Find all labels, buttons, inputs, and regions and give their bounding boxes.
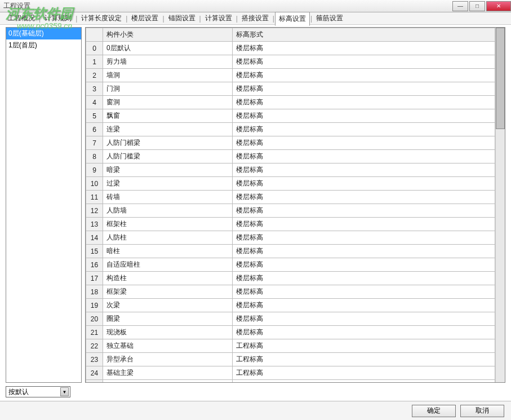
- tab-3[interactable]: 楼层设置: [128, 12, 162, 25]
- table-row[interactable]: 21现浇板楼层标高: [86, 326, 495, 339]
- cell-component[interactable]: 飘窗: [103, 109, 233, 123]
- cell-elevation[interactable]: 楼层标高: [233, 150, 495, 163]
- cell-elevation[interactable]: 楼层标高: [233, 69, 495, 82]
- table-row[interactable]: 12人防墙楼层标高: [86, 204, 495, 218]
- cell-elevation[interactable]: 楼层标高: [233, 231, 495, 245]
- cell-component[interactable]: 次梁: [103, 299, 233, 312]
- cell-component[interactable]: 过梁: [103, 177, 233, 191]
- cell-component[interactable]: 墙洞: [103, 69, 233, 82]
- ok-button[interactable]: 确定: [412, 405, 456, 417]
- cell-component[interactable]: 暗梁: [103, 163, 233, 177]
- cell-component[interactable]: 基础次梁: [103, 380, 233, 383]
- tab-1[interactable]: 计算规则: [41, 12, 75, 25]
- cell-elevation[interactable]: 楼层标高: [233, 272, 495, 285]
- cell-component[interactable]: 连梁: [103, 123, 233, 136]
- cell-elevation[interactable]: 工程标高: [233, 366, 495, 380]
- col-header-elevation[interactable]: 标高形式: [233, 28, 495, 42]
- tab-6[interactable]: 搭接设置: [238, 12, 272, 25]
- sidebar-item-1[interactable]: 1层(首层): [6, 39, 81, 51]
- close-button[interactable]: ✕: [486, 1, 511, 11]
- cell-component[interactable]: 剪力墙: [103, 55, 233, 69]
- cell-elevation[interactable]: 楼层标高: [233, 42, 495, 55]
- cell-elevation[interactable]: 工程标高: [233, 353, 495, 366]
- cell-component[interactable]: 圈梁: [103, 312, 233, 326]
- cell-component[interactable]: 砖墙: [103, 191, 233, 204]
- scrollbar-thumb[interactable]: [496, 28, 505, 129]
- table-row[interactable]: 15暗柱楼层标高: [86, 245, 495, 258]
- tab-5[interactable]: 计算设置: [202, 12, 235, 25]
- cell-component[interactable]: 框架梁: [103, 285, 233, 299]
- table-row[interactable]: 00层默认楼层标高: [86, 42, 495, 55]
- cell-component[interactable]: 基础主梁: [103, 366, 233, 380]
- sidebar-item-0[interactable]: 0层(基础层): [6, 28, 81, 39]
- cell-component[interactable]: 人防门槛梁: [103, 150, 233, 163]
- table-row[interactable]: 11砖墙楼层标高: [86, 191, 495, 204]
- cell-component[interactable]: 暗柱: [103, 245, 233, 258]
- table-row[interactable]: 17构造柱楼层标高: [86, 272, 495, 285]
- tab-8[interactable]: 箍筋设置: [313, 12, 346, 25]
- table-row[interactable]: 8人防门槛梁楼层标高: [86, 150, 495, 163]
- cell-component[interactable]: 人防门楣梁: [103, 136, 233, 150]
- cell-component[interactable]: 自适应暗柱: [103, 258, 233, 272]
- cell-component[interactable]: 框架柱: [103, 218, 233, 231]
- cell-elevation[interactable]: 楼层标高: [233, 204, 495, 218]
- cell-elevation[interactable]: 楼层标高: [233, 245, 495, 258]
- cell-elevation[interactable]: 楼层标高: [233, 123, 495, 136]
- tab-0[interactable]: 工程概况: [5, 12, 38, 25]
- cell-elevation[interactable]: 楼层标高: [233, 163, 495, 177]
- tab-7[interactable]: 标高设置: [275, 12, 310, 26]
- table-row[interactable]: 6连梁楼层标高: [86, 123, 495, 136]
- cell-elevation[interactable]: 楼层标高: [233, 218, 495, 231]
- tab-2[interactable]: 计算长度设定: [78, 12, 125, 25]
- cell-elevation[interactable]: 楼层标高: [233, 136, 495, 150]
- tab-4[interactable]: 锚固设置: [165, 12, 199, 25]
- table-row[interactable]: 2墙洞楼层标高: [86, 69, 495, 82]
- cell-component[interactable]: 构造柱: [103, 272, 233, 285]
- cell-component[interactable]: 现浇板: [103, 326, 233, 339]
- cell-elevation[interactable]: 楼层标高: [233, 258, 495, 272]
- cell-elevation[interactable]: 楼层标高: [233, 55, 495, 69]
- cell-elevation[interactable]: 楼层标高: [233, 109, 495, 123]
- default-mode-dropdown[interactable]: 按默认 ▼: [6, 386, 70, 397]
- table-row[interactable]: 24基础主梁工程标高: [86, 366, 495, 380]
- cell-component[interactable]: 人防墙: [103, 204, 233, 218]
- cell-elevation[interactable]: 楼层标高: [233, 177, 495, 191]
- cell-elevation[interactable]: 楼层标高: [233, 96, 495, 109]
- table-row[interactable]: 16自适应暗柱楼层标高: [86, 258, 495, 272]
- maximize-button[interactable]: □: [469, 1, 485, 11]
- cell-elevation[interactable]: 楼层标高: [233, 299, 495, 312]
- table-row[interactable]: 10过梁楼层标高: [86, 177, 495, 191]
- cell-elevation[interactable]: 楼层标高: [233, 312, 495, 326]
- minimize-button[interactable]: —: [452, 1, 468, 11]
- table-row[interactable]: 7人防门楣梁楼层标高: [86, 136, 495, 150]
- cell-component[interactable]: 异型承台: [103, 353, 233, 366]
- table-row[interactable]: 5飘窗楼层标高: [86, 109, 495, 123]
- col-header-component[interactable]: 构件小类: [103, 28, 233, 42]
- cell-elevation[interactable]: 工程标高: [233, 380, 495, 383]
- table-row[interactable]: 25基础次梁工程标高: [86, 380, 495, 383]
- cell-elevation[interactable]: 楼层标高: [233, 285, 495, 299]
- table-row[interactable]: 22独立基础工程标高: [86, 339, 495, 353]
- cancel-button[interactable]: 取消: [460, 405, 504, 417]
- cell-component[interactable]: 独立基础: [103, 339, 233, 353]
- cell-elevation[interactable]: 楼层标高: [233, 191, 495, 204]
- table-row[interactable]: 1剪力墙楼层标高: [86, 55, 495, 69]
- table-row[interactable]: 9暗梁楼层标高: [86, 163, 495, 177]
- table-row[interactable]: 23异型承台工程标高: [86, 353, 495, 366]
- table-row[interactable]: 4窗洞楼层标高: [86, 96, 495, 109]
- table-row[interactable]: 3门洞楼层标高: [86, 82, 495, 96]
- table-row[interactable]: 14人防柱楼层标高: [86, 231, 495, 245]
- table-row[interactable]: 20圈梁楼层标高: [86, 312, 495, 326]
- elevation-table[interactable]: 构件小类 标高形式 00层默认楼层标高1剪力墙楼层标高2墙洞楼层标高3门洞楼层标…: [86, 28, 495, 382]
- cell-component[interactable]: 0层默认: [103, 42, 233, 55]
- table-row[interactable]: 19次梁楼层标高: [86, 299, 495, 312]
- table-row[interactable]: 18框架梁楼层标高: [86, 285, 495, 299]
- cell-component[interactable]: 门洞: [103, 82, 233, 96]
- vertical-scrollbar[interactable]: [495, 28, 505, 382]
- cell-elevation[interactable]: 楼层标高: [233, 82, 495, 96]
- cell-elevation[interactable]: 工程标高: [233, 339, 495, 353]
- table-row[interactable]: 13框架柱楼层标高: [86, 218, 495, 231]
- cell-component[interactable]: 窗洞: [103, 96, 233, 109]
- cell-elevation[interactable]: 楼层标高: [233, 326, 495, 339]
- cell-component[interactable]: 人防柱: [103, 231, 233, 245]
